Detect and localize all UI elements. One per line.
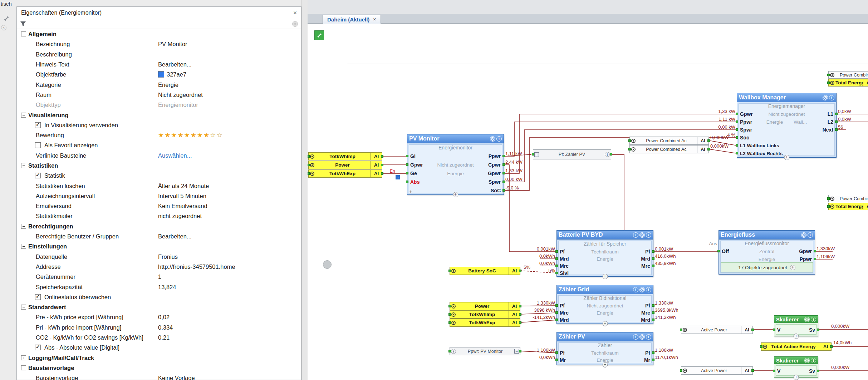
output-pin[interactable] (502, 155, 505, 157)
property-value[interactable]: http://fronius-34579501.home (158, 263, 235, 270)
star-icon[interactable] (158, 132, 165, 139)
input-pin[interactable] (736, 113, 738, 115)
block-titlebar[interactable]: Zähler Grid (557, 285, 653, 294)
output-pin[interactable] (817, 329, 819, 331)
block-titlebar[interactable]: PV Monitor (407, 134, 504, 143)
gear-icon[interactable] (639, 232, 645, 238)
input-pin[interactable] (736, 120, 738, 123)
output-pin[interactable] (502, 189, 505, 192)
property-row[interactable]: ObjekttypEnergiemonitor (17, 100, 301, 110)
connector-left[interactable] (448, 350, 451, 352)
property-row[interactable]: Berechtigte Benutzer / GruppenBearbeiten… (17, 231, 301, 241)
checkbox[interactable] (35, 122, 41, 128)
connector-right[interactable] (610, 153, 612, 156)
property-row[interactable]: Pri - kWh price import [Währung]0,334 (17, 322, 301, 332)
property-value[interactable]: Bearbeiten... (158, 233, 192, 240)
input-pin[interactable] (736, 144, 738, 147)
io-capsule-power-2[interactable]: PowerAI (450, 302, 520, 310)
add-pin-icon[interactable] (409, 189, 412, 194)
info-icon[interactable] (811, 358, 816, 363)
connector-left[interactable] (628, 139, 631, 142)
connector-right[interactable] (830, 345, 833, 348)
output-pin[interactable] (817, 370, 819, 372)
block-titlebar[interactable]: Energiefluss (719, 231, 815, 240)
property-row[interactable]: EmailversandKein Emailversand (17, 201, 301, 211)
property-value[interactable]: 13,824 (158, 283, 176, 290)
section-toggle-icon[interactable] (21, 244, 26, 249)
connector-left[interactable] (308, 155, 310, 158)
property-row[interactable]: In Visualisierung verwenden (17, 120, 301, 130)
property-row[interactable]: DatenquelleFronius (17, 252, 301, 262)
gear-icon[interactable] (639, 334, 645, 340)
property-row[interactable]: Als Favorit anzeigen (17, 140, 301, 150)
property-row[interactable]: Abs - Absolute value [Digital] (17, 342, 301, 352)
property-value[interactable]: PV Monitor (158, 41, 187, 48)
property-value[interactable]: Energie (158, 81, 178, 88)
output-pin[interactable] (652, 257, 654, 260)
function-block-energiefluss[interactable]: EnergieflussEnergieflussmonitorOffZentra… (719, 230, 815, 275)
property-value[interactable]: nicht zugeordnet (158, 213, 202, 219)
info-icon[interactable] (633, 232, 638, 238)
gear-icon[interactable] (801, 232, 806, 238)
io-capsule-totkwhexp-1[interactable]: TotkWhExpAI (308, 169, 382, 178)
expand-icon[interactable] (602, 362, 608, 367)
section-toggle-icon[interactable] (21, 355, 26, 360)
block-titlebar[interactable]: Wallbox Manager (737, 93, 836, 102)
property-row[interactable]: Pre - kWh price export [Währung]0,02 (17, 312, 301, 322)
info-icon[interactable] (633, 287, 638, 292)
section-toggle-icon[interactable] (21, 31, 26, 36)
connector-left[interactable] (680, 329, 682, 331)
output-pin[interactable] (652, 311, 654, 314)
info-icon[interactable] (646, 232, 651, 238)
expand-icon[interactable] (602, 274, 608, 279)
expand-icon[interactable] (784, 155, 789, 160)
function-block-zaehler-grid[interactable]: Zähler GridZähler BidirektionalPfNicht z… (556, 285, 653, 324)
info-icon[interactable] (496, 136, 502, 142)
input-pin[interactable] (773, 329, 775, 331)
gear-icon[interactable] (490, 136, 495, 142)
connector-left[interactable] (308, 164, 310, 166)
property-value[interactable]: 0,02 (158, 314, 170, 321)
input-pin[interactable] (406, 163, 408, 166)
property-row[interactable]: Visualisierung (17, 110, 301, 120)
expand-icon[interactable] (602, 321, 608, 326)
section-toggle-icon[interactable] (21, 163, 26, 168)
checkbox[interactable] (35, 173, 41, 178)
pin-toggle-button[interactable] (314, 30, 324, 40)
star-icon[interactable] (165, 132, 171, 139)
connector-right[interactable] (519, 321, 521, 324)
connector-right[interactable] (519, 305, 521, 307)
property-value[interactable]: Keine Vorlage (158, 375, 195, 380)
star-icon[interactable] (210, 132, 216, 139)
io-capsule-totkwhimp-1[interactable]: TotkWhImpAI (308, 152, 382, 161)
output-pin[interactable] (502, 181, 505, 183)
input-pin[interactable] (717, 250, 720, 252)
io-capsule-total-energy-cut-2[interactable]: Total Energy AAI (828, 203, 868, 210)
property-row[interactable]: Onlinestatus überwachen (17, 292, 301, 302)
property-value[interactable]: 0,21 (158, 334, 170, 341)
info-icon[interactable] (808, 232, 813, 238)
property-row[interactable]: Addressehttp://fronius-34579501.home (17, 262, 301, 272)
property-row[interactable]: Hinweis-TextBearbeiten... (17, 59, 301, 69)
checkbox[interactable] (35, 345, 41, 350)
property-value[interactable]: Fronius (158, 253, 178, 260)
expand-icon[interactable] (794, 375, 799, 380)
io-capsule-ppwr-pv-monitor[interactable]: Ppwr: PV Monitor (450, 347, 520, 355)
filter-clear-icon[interactable] (292, 21, 298, 27)
connector-left[interactable] (532, 153, 534, 156)
output-pin[interactable] (652, 304, 654, 307)
connector-left[interactable] (827, 82, 830, 84)
property-row[interactable]: Statistik (17, 171, 301, 181)
star-icon[interactable] (171, 132, 177, 139)
function-block-wallbox-manager[interactable]: Wallbox ManagerEnergiemanagerGpwrNicht z… (737, 93, 837, 158)
output-pin[interactable] (814, 258, 816, 260)
connector-left[interactable] (628, 148, 631, 150)
connector-right[interactable] (519, 313, 521, 316)
block-titlebar[interactable]: Batterie PV BYD (557, 231, 653, 240)
input-pin[interactable] (555, 319, 558, 321)
connector-left[interactable] (448, 305, 451, 307)
input-pin[interactable] (555, 311, 558, 314)
connector-right[interactable] (519, 270, 521, 272)
property-row[interactable]: BausteinvorlageKeine Vorlage (17, 373, 301, 380)
expand-icon[interactable] (453, 192, 458, 197)
